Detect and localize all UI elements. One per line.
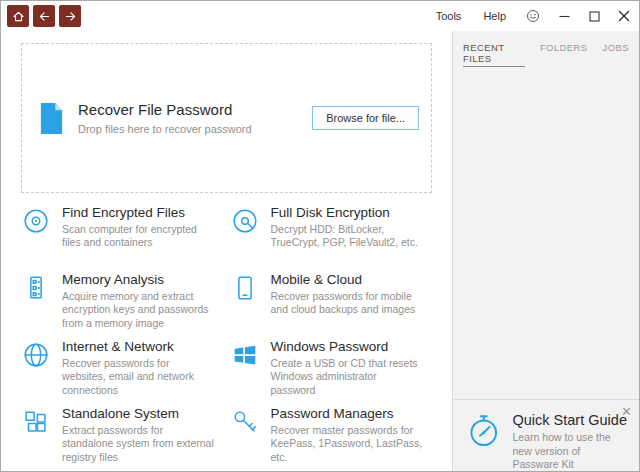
windows-icon — [230, 339, 262, 374]
feature-title: Windows Password — [271, 339, 423, 354]
close-icon — [618, 10, 630, 22]
globe-icon — [21, 339, 53, 374]
feature-desc: Acquire memory and extract encryption ke… — [62, 290, 214, 330]
feature-title: Standalone System — [62, 406, 214, 421]
nav-buttons — [7, 5, 81, 27]
titlebar-right: Tools Help — [425, 1, 639, 31]
feature-desc: Create a USB or CD that resets Windows a… — [271, 357, 423, 397]
maximize-icon — [589, 11, 600, 22]
feature-standalone-system[interactable]: Standalone System Extract passwords for … — [21, 406, 230, 471]
tab-recent-files[interactable]: RECENT FILES — [463, 42, 525, 67]
dropzone-title: Recover File Password — [78, 101, 312, 118]
hard-drive-icon — [230, 205, 262, 240]
memory-icon — [21, 272, 53, 307]
sidebar: RECENT FILES FOLDERS JOBS Quick Start Gu… — [452, 31, 639, 471]
help-menu[interactable]: Help — [472, 1, 517, 31]
feature-title: Password Managers — [271, 406, 423, 421]
minimize-button[interactable] — [549, 1, 579, 31]
content: Recover File Password Drop files here to… — [1, 31, 639, 471]
home-button[interactable] — [7, 5, 29, 27]
feature-title: Find Encrypted Files — [62, 205, 214, 220]
feature-mobile-cloud[interactable]: Mobile & Cloud Recover passwords for mob… — [230, 272, 439, 339]
feature-title: Full Disk Encryption — [271, 205, 423, 220]
sidebar-tabs: RECENT FILES FOLDERS JOBS — [453, 31, 639, 74]
back-arrow-icon — [38, 10, 51, 23]
forward-arrow-icon — [64, 10, 77, 23]
feature-desc: Extract passwords for standalone system … — [62, 424, 214, 464]
feature-windows-password[interactable]: Windows Password Create a USB or CD that… — [230, 339, 439, 406]
recent-files-list — [453, 74, 639, 399]
minimize-icon — [559, 11, 570, 22]
feature-desc: Decrypt HDD: BitLocker, TrueCrypt, PGP, … — [271, 223, 423, 250]
feature-internet-network[interactable]: Internet & Network Recover passwords for… — [21, 339, 230, 406]
app-window: Tools Help — [0, 0, 640, 472]
disc-icon — [21, 205, 53, 240]
home-icon — [12, 10, 25, 23]
titlebar: Tools Help — [1, 1, 639, 31]
quickstart-text: Quick Start Guide Learn how to use the n… — [513, 412, 629, 472]
feature-desc: Recover passwords for mobile and cloud b… — [271, 290, 423, 317]
maximize-button[interactable] — [579, 1, 609, 31]
browse-button[interactable]: Browse for file... — [312, 106, 419, 130]
quickstart-desc: Learn how to use the new version of Pass… — [513, 431, 629, 472]
feature-desc: Recover passwords for websites, email an… — [62, 357, 214, 397]
feature-memory-analysis[interactable]: Memory Analysis Acquire memory and extra… — [21, 272, 230, 339]
feature-title: Memory Analysis — [62, 272, 214, 287]
key-icon — [230, 406, 262, 441]
feature-password-managers[interactable]: Password Managers Recover master passwor… — [230, 406, 439, 471]
quickstart-close-icon[interactable]: ✕ — [621, 405, 632, 418]
file-dropzone[interactable]: Recover File Password Drop files here to… — [21, 43, 432, 193]
feature-grid: Find Encrypted Files Scan computer for e… — [1, 193, 452, 471]
registry-icon — [21, 406, 53, 441]
feature-desc: Recover master passwords for KeePass, 1P… — [271, 424, 423, 464]
dropzone-subtitle: Drop files here to recover password — [78, 123, 312, 135]
tab-folders[interactable]: FOLDERS — [540, 42, 588, 67]
feature-find-encrypted-files[interactable]: Find Encrypted Files Scan computer for e… — [21, 205, 230, 272]
tools-menu[interactable]: Tools — [425, 1, 473, 31]
tab-jobs[interactable]: JOBS — [603, 42, 629, 67]
feature-title: Mobile & Cloud — [271, 272, 423, 287]
quick-start-guide-panel[interactable]: Quick Start Guide Learn how to use the n… — [453, 399, 639, 471]
smiley-icon — [526, 9, 540, 23]
document-icon — [38, 102, 65, 135]
close-button[interactable] — [609, 1, 639, 31]
back-button[interactable] — [33, 5, 55, 27]
quickstart-title: Quick Start Guide — [513, 412, 629, 428]
feature-desc: Scan computer for encrypted files and co… — [62, 223, 214, 250]
stopwatch-icon — [465, 412, 503, 450]
main-panel: Recover File Password Drop files here to… — [1, 31, 452, 471]
dropzone-text: Recover File Password Drop files here to… — [78, 101, 312, 135]
forward-button[interactable] — [59, 5, 81, 27]
mobile-icon — [230, 272, 262, 307]
feature-full-disk-encryption[interactable]: Full Disk Encryption Decrypt HDD: BitLoc… — [230, 205, 439, 272]
feedback-button[interactable] — [517, 1, 549, 31]
feature-title: Internet & Network — [62, 339, 214, 354]
